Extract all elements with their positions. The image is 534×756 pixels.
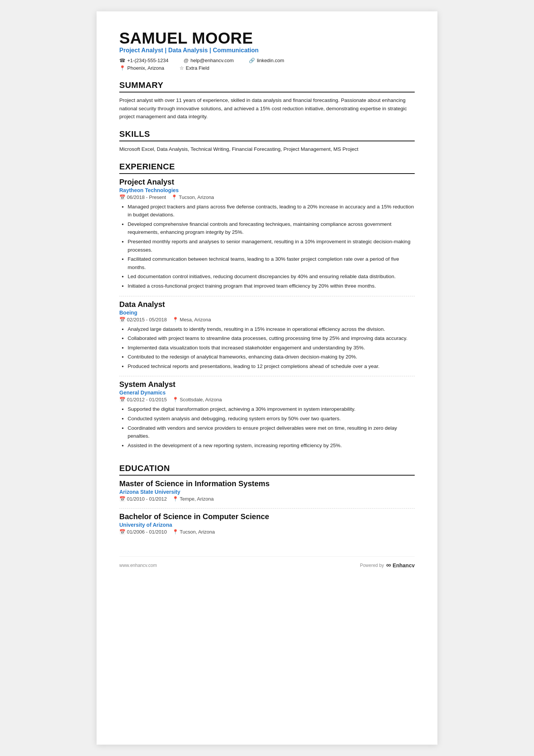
- extra-field-text: Extra Field: [186, 65, 209, 71]
- job-location-2: 📍 Mesa, Arizona: [172, 317, 211, 322]
- pin-icon-edu-2: 📍: [172, 529, 178, 535]
- company-name-2: Boeing: [119, 310, 415, 316]
- job-title-1: Project Analyst: [119, 178, 415, 186]
- edu-institution-2: University of Arizona: [119, 522, 415, 528]
- linkedin-icon: 🔗: [249, 58, 255, 63]
- bullet-1-2: Developed comprehensive financial contro…: [128, 220, 415, 236]
- bullet-2-3: Implemented data visualization tools tha…: [128, 344, 415, 352]
- email-item: @ help@enhancv.com: [184, 58, 234, 63]
- calendar-icon-2: 📅: [119, 317, 125, 322]
- bullet-3-3: Coordinated with vendors and service pro…: [128, 424, 415, 440]
- bullet-1-4: Facilitated communication between techni…: [128, 255, 415, 271]
- candidate-title: Project Analyst | Data Analysis | Commun…: [119, 47, 415, 54]
- calendar-icon-edu-2: 📅: [119, 529, 125, 535]
- contact-row-1: ☎ +1-(234)-555-1234 @ help@enhancv.com 🔗…: [119, 58, 415, 64]
- job-raytheon: Project Analyst Raytheon Technologies 📅 …: [119, 178, 415, 296]
- job-meta-2: 📅 02/2015 - 05/2018 📍 Mesa, Arizona: [119, 317, 415, 322]
- edu-degree-1: Master of Science in Information Systems: [119, 479, 415, 488]
- edu-arizona-state: Master of Science in Information Systems…: [119, 479, 415, 509]
- job-boeing: Data Analyst Boeing 📅 02/2015 - 05/2018 …: [119, 300, 415, 377]
- phone-item: ☎ +1-(234)-555-1234: [119, 58, 169, 63]
- phone-number: +1-(234)-555-1234: [127, 58, 169, 63]
- pin-icon-edu-1: 📍: [172, 496, 178, 502]
- education-section: EDUCATION Master of Science in Informati…: [119, 463, 415, 541]
- skills-section: SKILLS Microsoft Excel, Data Analysis, T…: [119, 129, 415, 153]
- enhancv-brand-name: Enhancv: [393, 562, 415, 568]
- job-meta-1: 📅 06/2018 - Present 📍 Tucson, Arizona: [119, 194, 415, 200]
- job-general-dynamics: System Analyst General Dynamics 📅 01/201…: [119, 380, 415, 455]
- bullet-1-5: Led documentation control initiatives, r…: [128, 272, 415, 281]
- skills-text: Microsoft Excel, Data Analysis, Technica…: [119, 145, 415, 153]
- extra-field-item: ☆ Extra Field: [180, 65, 209, 71]
- job-dates-1: 📅 06/2018 - Present: [119, 194, 166, 200]
- experience-title: EXPERIENCE: [119, 162, 415, 174]
- skills-title: SKILLS: [119, 129, 415, 141]
- bullet-3-4: Assisted in the development of a new rep…: [128, 441, 415, 450]
- page-footer: www.enhancv.com Powered by ∞ Enhancv: [119, 556, 415, 569]
- summary-title: SUMMARY: [119, 80, 415, 92]
- job-title-2: Data Analyst: [119, 300, 415, 309]
- pin-icon-3: 📍: [172, 397, 178, 402]
- edu-degree-2: Bachelor of Science in Computer Science: [119, 512, 415, 521]
- job-location-1: 📍 Tucson, Arizona: [171, 194, 214, 200]
- edu-arizona: Bachelor of Science in Computer Science …: [119, 512, 415, 541]
- email-icon: @: [184, 58, 189, 63]
- edu-institution-1: Arizona State University: [119, 489, 415, 495]
- bullet-2-2: Collaborated with project teams to strea…: [128, 334, 415, 343]
- job-location-3: 📍 Scottsdale, Arizona: [172, 397, 222, 402]
- powered-by-block: Powered by ∞ Enhancv: [360, 561, 415, 569]
- powered-by-text: Powered by: [360, 563, 384, 568]
- linkedin-url: linkedin.com: [257, 58, 284, 63]
- job-bullets-1: Managed project trackers and plans acros…: [128, 203, 415, 290]
- pin-icon-2: 📍: [172, 317, 178, 322]
- footer-website: www.enhancv.com: [119, 563, 157, 568]
- enhancv-logo: ∞ Enhancv: [386, 561, 415, 569]
- candidate-name: SAMUEL MOORE: [119, 30, 415, 47]
- bullet-1-6: Initiated a cross-functional project tra…: [128, 282, 415, 290]
- edu-dates-2: 📅 01/2006 - 01/2010: [119, 529, 167, 535]
- edu-dates-1: 📅 01/2010 - 01/2012: [119, 496, 167, 502]
- location-icon: 📍: [119, 65, 125, 71]
- contact-row-2: 📍 Phoenix, Arizona ☆ Extra Field: [119, 65, 415, 72]
- edu-location-1: 📍 Tempe, Arizona: [172, 496, 214, 502]
- location-text: Phoenix, Arizona: [127, 65, 164, 71]
- bullet-1-1: Managed project trackers and plans acros…: [128, 203, 415, 219]
- bullet-3-1: Supported the digital transformation pro…: [128, 405, 415, 413]
- bullet-1-3: Presented monthly reports and analyses t…: [128, 238, 415, 254]
- edu-meta-1: 📅 01/2010 - 01/2012 📍 Tempe, Arizona: [119, 496, 415, 502]
- job-bullets-3: Supported the digital transformation pro…: [128, 405, 415, 449]
- job-title-3: System Analyst: [119, 380, 415, 389]
- phone-icon: ☎: [119, 58, 125, 63]
- bullet-2-5: Produced technical reports and presentat…: [128, 362, 415, 371]
- linkedin-item: 🔗 linkedin.com: [249, 58, 284, 63]
- enhancv-logo-icon: ∞: [386, 561, 391, 569]
- company-name-3: General Dynamics: [119, 390, 415, 396]
- star-icon: ☆: [180, 65, 184, 71]
- job-meta-3: 📅 01/2012 - 01/2015 📍 Scottsdale, Arizon…: [119, 397, 415, 402]
- bullet-2-4: Contributed to the redesign of analytica…: [128, 353, 415, 361]
- bullet-2-1: Analyzed large datasets to identify tren…: [128, 325, 415, 333]
- calendar-icon-1: 📅: [119, 194, 125, 200]
- edu-location-2: 📍 Tucson, Arizona: [172, 529, 215, 535]
- edu-meta-2: 📅 01/2006 - 01/2010 📍 Tucson, Arizona: [119, 529, 415, 535]
- header: SAMUEL MOORE Project Analyst | Data Anal…: [119, 30, 415, 72]
- job-dates-2: 📅 02/2015 - 05/2018: [119, 317, 167, 322]
- calendar-icon-3: 📅: [119, 397, 125, 402]
- job-bullets-2: Analyzed large datasets to identify tren…: [128, 325, 415, 371]
- experience-section: EXPERIENCE Project Analyst Raytheon Tech…: [119, 162, 415, 455]
- summary-section: SUMMARY Project analyst with over 11 yea…: [119, 80, 415, 121]
- location-item: 📍 Phoenix, Arizona: [119, 65, 164, 71]
- company-name-1: Raytheon Technologies: [119, 187, 415, 193]
- email-address: help@enhancv.com: [190, 58, 234, 63]
- resume-page: SAMUEL MOORE Project Analyst | Data Anal…: [97, 11, 437, 745]
- bullet-3-2: Conducted system analysis and debugging,…: [128, 415, 415, 423]
- job-dates-3: 📅 01/2012 - 01/2015: [119, 397, 167, 402]
- summary-text: Project analyst with over 11 years of ex…: [119, 96, 415, 121]
- education-title: EDUCATION: [119, 463, 415, 476]
- pin-icon-1: 📍: [171, 194, 177, 200]
- calendar-icon-edu-1: 📅: [119, 496, 125, 502]
